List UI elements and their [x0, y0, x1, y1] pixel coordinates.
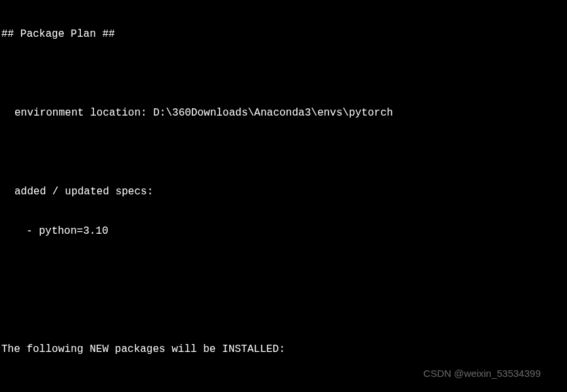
blank-line: [1, 67, 566, 80]
watermark: CSDN @weixin_53534399: [423, 368, 541, 380]
install-header: The following NEW packages will be INSTA…: [1, 343, 566, 356]
specs-label: added / updated specs:: [1, 185, 566, 198]
package-plan-header: ## Package Plan ##: [1, 28, 566, 41]
env-location-path: D:\360Downloads\Anaconda3\envs\pytorch: [153, 107, 393, 119]
terminal-output: ## Package Plan ## environment location:…: [1, 1, 566, 392]
specs-item: - python=3.10: [1, 225, 566, 238]
env-location-line: environment location: D:\360Downloads\An…: [1, 106, 566, 120]
blank-line: [1, 303, 566, 316]
blank-line: [1, 382, 566, 392]
env-location-label: environment location:: [14, 107, 153, 119]
blank-line: [1, 146, 566, 159]
blank-line: [1, 264, 566, 277]
